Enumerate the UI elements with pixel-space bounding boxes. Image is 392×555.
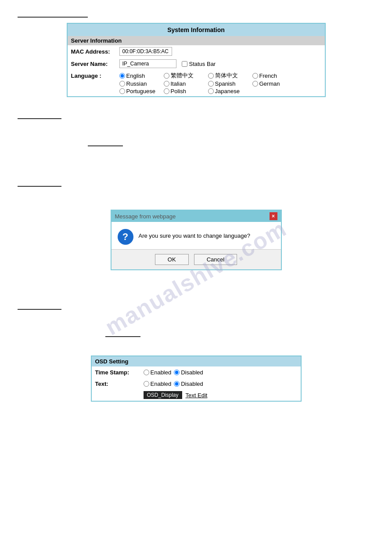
- text-edit-link[interactable]: Text Edit: [186, 392, 208, 399]
- lang-simp-chinese-text: 简体中文: [215, 72, 238, 80]
- lang-russian-text: Russian: [126, 80, 147, 87]
- text-row: Text: Enabled Disabled: [92, 378, 301, 389]
- osd-display-row: OSD_Display Text Edit: [92, 389, 301, 401]
- text-disabled-label[interactable]: Disabled: [174, 381, 203, 387]
- language-label: Language :: [71, 72, 119, 79]
- lang-french-text: French: [259, 73, 277, 79]
- text-radio-group: Enabled Disabled: [144, 381, 203, 387]
- lang-italian-radio[interactable]: [164, 81, 169, 87]
- text-disabled-text: Disabled: [181, 381, 203, 387]
- lang-german-radio[interactable]: [252, 81, 258, 87]
- bottom-divider-1: [18, 309, 61, 310]
- dialog-titlebar: Message from webpage ×: [111, 210, 281, 222]
- mid-divider-3: [18, 186, 61, 187]
- language-row-3: Portuguese Polish Japanese: [119, 88, 294, 94]
- lang-trad-chinese-radio[interactable]: [164, 73, 169, 79]
- time-stamp-label: Time Stamp:: [95, 369, 144, 376]
- lang-japanese-label[interactable]: Japanese: [208, 88, 250, 94]
- lang-polish-label[interactable]: Polish: [164, 88, 205, 94]
- text-enabled-radio[interactable]: [144, 381, 149, 387]
- mac-label: MAC Address:: [71, 48, 119, 55]
- time-stamp-row: Time Stamp: Enabled Disabled: [92, 366, 301, 378]
- dialog-ok-button[interactable]: OK: [155, 254, 189, 265]
- server-name-input[interactable]: [119, 59, 176, 68]
- lang-german-label[interactable]: German: [252, 80, 294, 87]
- time-stamp-radio-group: Enabled Disabled: [144, 369, 203, 376]
- lang-japanese-text: Japanese: [215, 88, 240, 94]
- lang-french-label[interactable]: French: [252, 73, 294, 79]
- question-icon: ?: [118, 229, 133, 245]
- lang-simp-chinese-label[interactable]: 简体中文: [208, 72, 250, 80]
- dialog-footer: OK Cancel: [111, 249, 281, 269]
- language-row: Language : English 繁體中文 简体中文: [68, 70, 325, 96]
- dialog-message: Are you sure you want to change language…: [139, 229, 250, 239]
- lang-english-label[interactable]: English: [119, 73, 161, 79]
- lang-portuguese-text: Portuguese: [126, 88, 156, 94]
- mid-divider-1: [18, 118, 61, 119]
- system-info-panel: System Information Server Information MA…: [67, 23, 326, 97]
- lang-trad-chinese-label[interactable]: 繁體中文: [164, 72, 205, 80]
- time-stamp-disabled-radio[interactable]: [174, 370, 180, 375]
- language-grid: English 繁體中文 简体中文 French: [119, 72, 294, 94]
- time-stamp-enabled-radio[interactable]: [144, 370, 149, 375]
- dialog-close-button[interactable]: ×: [270, 212, 277, 220]
- status-bar-checkbox-label[interactable]: Status Bar: [182, 61, 216, 67]
- time-stamp-disabled-label[interactable]: Disabled: [174, 369, 203, 376]
- dialog-cancel-button[interactable]: Cancel: [194, 254, 237, 265]
- lang-portuguese-label[interactable]: Portuguese: [119, 88, 161, 94]
- status-bar-label: Status Bar: [189, 61, 216, 67]
- text-disabled-radio[interactable]: [174, 381, 180, 387]
- server-section-header: Server Information: [68, 36, 325, 45]
- lang-spanish-text: Spanish: [215, 80, 236, 87]
- panel-title: System Information: [68, 24, 325, 36]
- lang-italian-text: Italian: [171, 80, 186, 87]
- lang-russian-radio[interactable]: [119, 81, 125, 87]
- dialog-title: Message from webpage: [115, 213, 176, 220]
- lang-japanese-radio[interactable]: [208, 88, 214, 94]
- dialog-box: Message from webpage × ? Are you sure yo…: [111, 210, 282, 270]
- osd-panel-title: OSD Setting: [92, 356, 301, 366]
- lang-english-radio[interactable]: [119, 73, 125, 79]
- mac-value: 00:0F:0D:3A:B5:AC: [119, 47, 172, 56]
- language-row-2: Russian Italian Spanish German: [119, 80, 294, 87]
- time-stamp-enabled-label[interactable]: Enabled: [144, 369, 172, 376]
- lang-english-text: English: [126, 73, 145, 79]
- text-label: Text:: [95, 381, 144, 387]
- server-name-row: Server Name: Status Bar: [68, 58, 325, 70]
- time-stamp-disabled-text: Disabled: [181, 369, 203, 376]
- top-divider: [18, 17, 88, 18]
- time-stamp-enabled-text: Enabled: [151, 369, 172, 376]
- osd-display-button[interactable]: OSD_Display: [144, 391, 182, 399]
- lang-french-radio[interactable]: [252, 73, 258, 79]
- lang-portuguese-radio[interactable]: [119, 88, 125, 94]
- bottom-divider-2: [105, 336, 140, 337]
- lang-polish-radio[interactable]: [164, 88, 169, 94]
- mid-divider-2: [88, 145, 123, 146]
- language-row-1: English 繁體中文 简体中文 French: [119, 72, 294, 80]
- text-enabled-text: Enabled: [151, 381, 172, 387]
- server-name-label: Server Name:: [71, 61, 119, 67]
- lang-polish-text: Polish: [171, 88, 186, 94]
- lang-italian-label[interactable]: Italian: [164, 80, 205, 87]
- lang-german-text: German: [259, 80, 280, 87]
- lang-simp-chinese-radio[interactable]: [208, 73, 214, 79]
- lang-trad-chinese-text: 繁體中文: [171, 72, 194, 80]
- dialog-body: ? Are you sure you want to change langua…: [111, 222, 281, 249]
- lang-spanish-label[interactable]: Spanish: [208, 80, 250, 87]
- dialog-overlay: Message from webpage × ? Are you sure yo…: [18, 210, 374, 270]
- mac-address-row: MAC Address: 00:0F:0D:3A:B5:AC: [68, 45, 325, 58]
- osd-setting-panel: OSD Setting Time Stamp: Enabled Disabled…: [91, 355, 302, 402]
- status-bar-checkbox[interactable]: [182, 61, 187, 67]
- text-enabled-label[interactable]: Enabled: [144, 381, 172, 387]
- lang-russian-label[interactable]: Russian: [119, 80, 161, 87]
- lang-spanish-radio[interactable]: [208, 81, 214, 87]
